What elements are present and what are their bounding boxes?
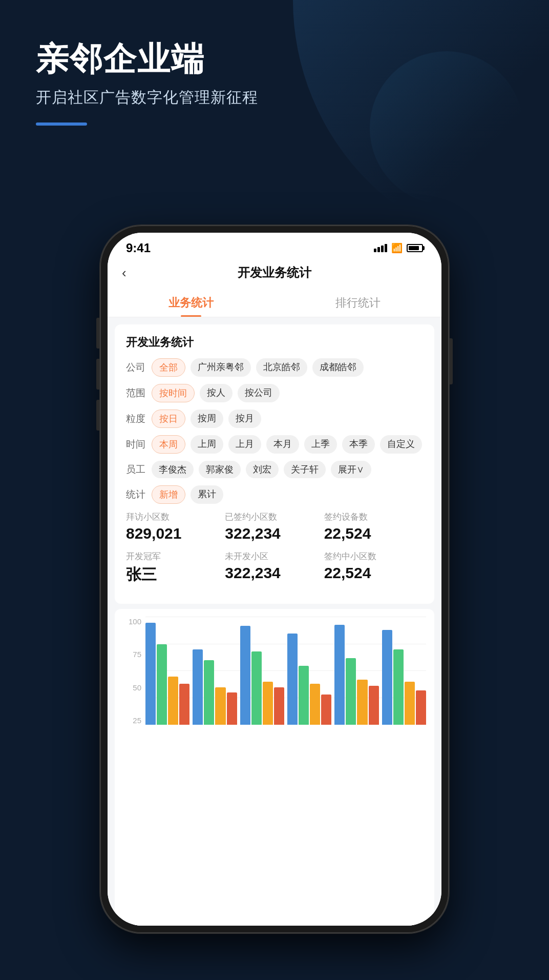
- chart-area: 25 50 75 100: [115, 609, 434, 926]
- tag-by-month[interactable]: 按月: [228, 410, 261, 428]
- bar-group-1: [193, 617, 237, 725]
- filter-tags-granularity: 按日 按周 按月: [152, 410, 423, 428]
- bar-0-1: [157, 644, 167, 725]
- stat-value-visited: 829,021: [126, 525, 225, 542]
- stat-label-champion: 开发冠军: [126, 550, 225, 562]
- bar-3-2: [310, 684, 320, 725]
- bar-2-0: [240, 626, 250, 725]
- tag-beijing[interactable]: 北京皓邻: [256, 358, 307, 377]
- app-title: 亲邻企业端: [36, 41, 258, 77]
- tag-all[interactable]: 全部: [152, 358, 185, 377]
- card-title: 开发业务统计: [126, 335, 423, 350]
- filter-company: 公司 全部 广州亲粤邻 北京皓邻 成都皓邻: [126, 358, 423, 377]
- status-icons: 📶: [374, 242, 423, 254]
- bar-4-0: [334, 625, 345, 725]
- tag-chengdu[interactable]: 成都皓邻: [312, 358, 364, 377]
- tabs-row: 业务统计 排行统计: [108, 288, 441, 317]
- filter-granularity: 粒度 按日 按周 按月: [126, 410, 423, 428]
- bar-0-2: [168, 677, 178, 725]
- signal-bar-4: [385, 244, 387, 252]
- nav-bar: ‹ 开发业务统计: [108, 259, 441, 288]
- header-section: 亲邻企业端 开启社区广告数字化管理新征程: [36, 41, 258, 126]
- stat-signed-devices: 签约设备数 22,524: [324, 511, 423, 542]
- tag-last-week[interactable]: 上周: [191, 435, 223, 454]
- bar-1-2: [215, 687, 225, 725]
- tab-ranking-stats[interactable]: 排行统计: [274, 288, 441, 317]
- bar-2-2: [263, 682, 273, 725]
- content-area: 开发业务统计 公司 全部 广州亲粤邻 北京皓邻 成都皓邻 范围: [108, 317, 441, 926]
- stat-value-in-progress: 22,524: [324, 564, 423, 582]
- bar-3-0: [287, 634, 298, 725]
- signal-bar-1: [374, 249, 376, 252]
- tag-last-quarter[interactable]: 上季: [304, 435, 337, 454]
- accent-bar: [36, 122, 87, 126]
- bar-1-0: [193, 649, 203, 725]
- stat-value-champion: 张三: [126, 564, 225, 585]
- signal-icon: [374, 244, 387, 252]
- stat-value-devices: 22,524: [324, 525, 423, 542]
- filter-range: 范围 按时间 按人 按公司: [126, 384, 423, 402]
- y-axis: 25 50 75 100: [123, 617, 141, 725]
- stat-label-devices: 签约设备数: [324, 511, 423, 523]
- back-button[interactable]: ‹: [122, 265, 142, 281]
- tag-by-company[interactable]: 按公司: [238, 384, 280, 402]
- filter-label-range: 范围: [126, 386, 152, 400]
- tag-employee-1[interactable]: 李俊杰: [152, 461, 194, 478]
- battery-fill: [409, 246, 419, 250]
- bar-group-2: [240, 617, 284, 725]
- phone-screen: 9:41 📶 ‹ 开发业务统计: [108, 233, 441, 926]
- tab-business-stats[interactable]: 业务统计: [108, 288, 274, 317]
- stat-label-undeveloped: 未开发小区: [225, 550, 324, 562]
- bg-decoration-2: [370, 51, 523, 205]
- stat-label-visited: 拜访小区数: [126, 511, 225, 523]
- bar-5-0: [382, 630, 392, 725]
- stat-champion: 开发冠军 张三: [126, 550, 225, 585]
- phone-outer-frame: 9:41 📶 ‹ 开发业务统计: [100, 226, 449, 933]
- bar-1-3: [227, 692, 237, 725]
- signal-bar-2: [377, 247, 380, 252]
- tag-cumulative[interactable]: 累计: [191, 485, 223, 504]
- signal-bar-3: [381, 246, 384, 252]
- bar-1-1: [204, 660, 214, 725]
- wifi-icon: 📶: [391, 242, 403, 254]
- stat-undeveloped: 未开发小区 322,234: [225, 550, 324, 585]
- filter-tags-stats-type: 新增 累计: [152, 485, 423, 504]
- filter-employee: 员工 李俊杰 郭家俊 刘宏 关子轩 展开∨: [126, 461, 423, 478]
- tag-employee-2[interactable]: 郭家俊: [199, 461, 241, 478]
- tag-by-time[interactable]: 按时间: [152, 384, 195, 402]
- tag-new[interactable]: 新增: [152, 485, 185, 504]
- app-subtitle: 开启社区广告数字化管理新征程: [36, 87, 258, 108]
- y-label-25: 25: [123, 716, 141, 725]
- tag-by-day[interactable]: 按日: [152, 410, 185, 428]
- y-label-50: 50: [123, 683, 141, 692]
- bar-group-3: [287, 617, 331, 725]
- tag-this-week[interactable]: 本周: [152, 435, 185, 454]
- tag-employee-4[interactable]: 关子轩: [284, 461, 326, 478]
- filter-label-company: 公司: [126, 361, 152, 374]
- tag-guangzhou[interactable]: 广州亲粤邻: [191, 358, 251, 377]
- tag-employee-3[interactable]: 刘宏: [246, 461, 279, 478]
- bar-3-3: [321, 695, 331, 725]
- bar-5-3: [416, 690, 426, 725]
- stats-row-1: 拜访小区数 829,021 已签约小区数 322,234 签约设备数 22,52…: [126, 511, 423, 542]
- bar-3-1: [299, 666, 309, 725]
- stat-value-signed: 322,234: [225, 525, 324, 542]
- tag-this-quarter[interactable]: 本季: [342, 435, 375, 454]
- tag-by-week[interactable]: 按周: [191, 410, 223, 428]
- bar-group-4: [334, 617, 378, 725]
- tag-expand[interactable]: 展开∨: [331, 461, 371, 478]
- tag-this-month[interactable]: 本月: [266, 435, 299, 454]
- stat-value-undeveloped: 322,234: [225, 564, 324, 582]
- phone-mockup: 9:41 📶 ‹ 开发业务统计: [100, 226, 449, 943]
- tag-by-person[interactable]: 按人: [200, 384, 233, 402]
- y-label-75: 75: [123, 650, 141, 659]
- bar-5-2: [405, 682, 415, 725]
- stat-signed-communities: 已签约小区数 322,234: [225, 511, 324, 542]
- stats-row-2: 开发冠军 张三 未开发小区 322,234 签约中小区数 22,524: [126, 550, 423, 585]
- stat-visited-communities: 拜访小区数 829,021: [126, 511, 225, 542]
- filter-label-stats-type: 统计: [126, 488, 152, 501]
- tag-last-month[interactable]: 上月: [228, 435, 261, 454]
- bar-group-5: [382, 617, 426, 725]
- tag-custom[interactable]: 自定义: [380, 435, 422, 454]
- status-bar: 9:41 📶: [108, 233, 441, 259]
